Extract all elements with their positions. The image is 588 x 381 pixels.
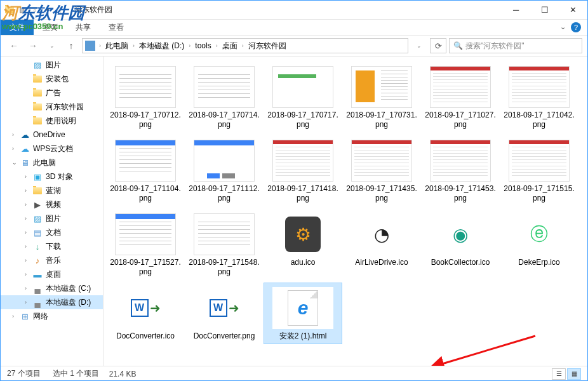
thumbnail: ◔ [351,213,412,255]
folder-icon [4,5,15,15]
wps-icon: ☁ [20,144,30,154]
sidebar-item[interactable]: ›▨图片 [1,211,103,225]
tab-home[interactable]: 主页 [34,20,67,35]
thumbnail [351,66,412,108]
file-item[interactable]: ◔AirLiveDrive.ico [342,209,421,280]
onedrive-icon: ☁ [20,130,30,140]
file-item[interactable]: 2018-09-17_171042.png [500,62,578,133]
title-bar: ▥ ▫ ▾ | 河东软件园 ─ ☐ ✕ [1,1,587,20]
pc-icon [85,41,95,51]
up-button[interactable]: ↑ [63,38,79,53]
file-item[interactable]: 2018-09-17_171112.png [185,135,264,206]
thumbnail [194,140,255,182]
thumbnail [430,66,491,108]
file-name: 安装2 (1).html [279,331,327,341]
thumbnail [115,213,176,255]
tab-share[interactable]: 共享 [67,20,100,35]
file-list[interactable]: 2018-09-17_170712.png2018-09-17_170714.p… [104,57,587,366]
file-item[interactable]: W➜DocConverter.ico [106,283,185,344]
sidebar-item[interactable]: ›♪音乐 [1,253,103,267]
file-item[interactable]: ◉BookCollector.ico [421,209,500,280]
thumbnail [115,140,176,182]
file-item[interactable]: 2018-09-17_170712.png [106,62,185,133]
file-item[interactable]: 2018-09-17_171527.png [106,209,185,280]
sidebar-item[interactable]: ›⊞网络 [1,309,103,323]
sidebar-item[interactable]: 使用说明 [1,114,103,128]
sidebar-item[interactable]: ›☁OneDrive [1,128,103,142]
ribbon-expand-icon[interactable]: ⌄ [560,23,566,31]
file-name: 2018-09-17_171027.png [424,110,497,130]
file-name: BookCollector.ico [431,258,490,267]
file-name: 2018-09-17_170712.png [109,110,182,130]
tab-view[interactable]: 查看 [100,20,133,35]
recent-dropdown-icon[interactable]: ⌄ [44,38,60,53]
file-name: 2018-09-17_171435.png [345,184,418,203]
3d-icon: ▣ [32,171,43,182]
file-name: 2018-09-17_171527.png [109,258,182,277]
sidebar-item[interactable]: 安装包 [1,72,103,86]
back-button[interactable]: ← [6,38,22,53]
folder-icon [32,74,43,84]
file-tab[interactable]: 文件 [1,20,34,35]
sidebar-item[interactable]: ›▤文档 [1,225,103,239]
file-name: DocConverter.ico [116,331,175,341]
refresh-button[interactable]: ⟳ [430,38,446,53]
window-title: 河东软件园 [69,4,502,15]
chevron-right-icon[interactable]: › [98,43,102,49]
minimize-button[interactable]: ─ [502,1,530,20]
folder-icon [32,116,43,126]
sidebar-item[interactable]: ›蓝湖 [1,184,103,197]
file-item[interactable]: 2018-09-17_171548.png [185,209,264,280]
thumbnail [194,213,255,255]
sidebar-item[interactable]: 广告 [1,86,103,100]
file-item[interactable]: 2018-09-17_171027.png [421,62,500,133]
sidebar-item[interactable]: ›▬桌面 [1,267,103,281]
sidebar-item[interactable]: ›↓下载 [1,239,103,253]
documents-icon: ▤ [32,227,43,237]
ie-icon: e [288,290,318,326]
help-icon[interactable]: ? [571,22,581,32]
folder-icon [32,102,43,112]
maximize-button[interactable]: ☐ [530,1,559,20]
thumbnail: ◉ [430,213,491,255]
file-item[interactable]: 2018-09-17_171515.png [500,135,578,206]
file-item[interactable]: 2018-09-17_171453.png [421,135,500,206]
navigation-pane[interactable]: ▨图片安装包广告河东软件园使用说明›☁OneDrive›☁WPS云文档⌄🖥此电脑… [1,57,104,366]
file-item[interactable]: ⓔDekeErp.ico [500,209,578,280]
pc-icon: 🖥 [20,157,30,168]
qat-dropdown-icon[interactable]: ▾ [43,5,53,15]
sidebar-item[interactable]: ›▄本地磁盘 (C:) [1,281,103,295]
file-item[interactable]: ⚙adu.ico [264,209,342,280]
file-item[interactable]: 2018-09-17_170717.png [264,62,342,133]
new-folder-icon[interactable]: ▫ [30,5,40,15]
sidebar-item[interactable]: ⌄🖥此电脑 [1,156,103,170]
file-name: 2018-09-17_170731.png [345,110,418,130]
address-dropdown-icon[interactable]: ⌄ [411,38,427,53]
close-button[interactable]: ✕ [559,1,587,20]
thumbnail [351,140,412,182]
search-input[interactable]: 🔍 搜索"河东软件园" [449,38,582,53]
downloads-icon: ↓ [32,241,43,251]
sidebar-item[interactable]: ›☁WPS云文档 [1,142,103,156]
file-item[interactable]: e安装2 (1).html [264,283,342,344]
sidebar-item[interactable]: ▨图片 [1,58,103,72]
sidebar-item[interactable]: ›▄本地磁盘 (D:) [1,295,103,309]
icons-view-button[interactable]: ▦ [567,368,581,380]
file-item[interactable]: 2018-09-17_171435.png [342,135,421,206]
file-item[interactable]: 2018-09-17_171104.png [106,135,185,206]
file-item[interactable]: 2018-09-17_171418.png [264,135,342,206]
file-name: 2018-09-17_171453.png [424,184,497,203]
file-item[interactable]: 2018-09-17_170714.png [185,62,264,133]
breadcrumb[interactable]: › 此电脑› 本地磁盘 (D:)› tools› 桌面› 河东软件园 [82,38,408,53]
search-icon: 🔍 [453,41,463,50]
file-item[interactable]: 2018-09-17_170731.png [342,62,421,133]
file-item[interactable]: W➜DocConverter.png [185,283,264,344]
address-bar: ← → ⌄ ↑ › 此电脑› 本地磁盘 (D:)› tools› 桌面› 河东软… [1,36,587,57]
file-name: 2018-09-17_171548.png [188,258,260,277]
details-view-button[interactable]: ☰ [552,368,566,380]
sidebar-item[interactable]: 河东软件园 [1,100,103,114]
sidebar-item[interactable]: ›▶视频 [1,197,103,211]
properties-icon[interactable]: ▥ [17,5,27,15]
folder-icon [32,88,43,98]
sidebar-item[interactable]: ›▣3D 对象 [1,170,103,184]
